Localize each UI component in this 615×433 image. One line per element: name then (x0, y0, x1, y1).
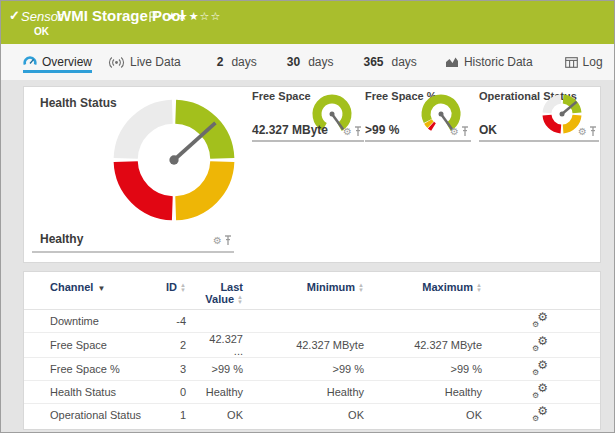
table-row: Free Space 2 42.327 ... 42.327 MByte 42.… (24, 333, 600, 358)
tab-log[interactable]: Log (565, 44, 603, 80)
column-header-id[interactable]: ID▲▼ (164, 272, 204, 310)
cell-channel: Free Space (24, 333, 164, 358)
tab-overview[interactable]: Overview (23, 44, 92, 80)
cell-channel: Downtime (24, 310, 164, 333)
gauge-gear-icon[interactable]: ⚙ (450, 127, 459, 137)
channel-settings-icon[interactable]: ⚙⚙ (532, 337, 548, 351)
column-header-minimum-label: Minimum (307, 281, 355, 293)
cell-maximum (366, 310, 484, 333)
tab-365-days[interactable]: 365 days (363, 44, 416, 80)
sensor-header: ✓ Sensor WMI Storage Pool ★★★☆☆ OK (1, 1, 614, 44)
free-space-gauge-title: Free Space (252, 90, 311, 102)
free-space-gauge-cell: Free Space 42.327 MByte ⚙ (252, 90, 364, 142)
health-gauge-title: Health Status (40, 96, 117, 110)
operational-status-gauge-cell: Operational Status OK ⚙ (479, 90, 599, 142)
column-header-value-label: Value (205, 293, 234, 305)
tab-live-data-label: Live Data (130, 55, 181, 69)
gauge-pin-icon[interactable] (224, 235, 232, 246)
column-header-last-label: Last (220, 281, 243, 293)
column-header-channel-label: Channel (50, 281, 93, 293)
cell-maximum: Healthy (366, 381, 484, 404)
column-header-channel[interactable]: Channel▼ (24, 272, 164, 310)
free-space-pct-gauge-value: >99 % (365, 123, 399, 137)
status-check-icon: ✓ (9, 8, 20, 23)
tab-365-days-unit: days (392, 55, 417, 69)
tab-historic-data[interactable]: Historic Data (445, 44, 533, 80)
gauge-pin-icon[interactable] (589, 126, 597, 137)
operational-gauge-value: OK (479, 123, 497, 137)
cell-minimum: 42.327 MByte (246, 333, 366, 358)
cell-last-value (204, 310, 246, 333)
cell-id: 1 (164, 404, 204, 427)
priority-stars[interactable]: ★★★☆☆ (167, 10, 221, 23)
cell-channel: Operational Status (24, 404, 164, 427)
cell-id: 0 (164, 381, 204, 404)
free-space-gauge-value: 42.327 MByte (252, 123, 328, 137)
gauge-icon (23, 55, 37, 69)
column-header-last-value[interactable]: Last Value▲▼ (204, 272, 246, 310)
gauge-pin-icon[interactable] (461, 126, 469, 137)
table-row: Operational Status 1 OK OK OK ⚙⚙ (24, 404, 600, 427)
overview-panel: Health Status Healthy ⚙ Free Space (23, 86, 601, 263)
sort-desc-icon: ▼ (97, 284, 105, 293)
priority-flag-icon[interactable] (148, 9, 158, 27)
cell-last-value: 42.327 ... (204, 333, 246, 358)
tab-2-days[interactable]: 2 days (217, 44, 257, 80)
health-status-gauge-cell: Health Status Healthy ⚙ (32, 93, 234, 253)
sort-icon: ▲▼ (180, 283, 186, 293)
sensor-title: WMI Storage Pool (57, 7, 185, 24)
cell-id: 3 (164, 358, 204, 381)
channel-settings-icon[interactable]: ⚙⚙ (532, 361, 548, 375)
cell-channel: Health Status (24, 381, 164, 404)
tab-live-data[interactable]: Live Data (108, 44, 181, 80)
table-row: Free Space % 3 >99 % >99 % >99 % ⚙⚙ (24, 358, 600, 381)
column-header-maximum[interactable]: Maximum▲▼ (366, 272, 484, 310)
column-header-maximum-label: Maximum (422, 281, 473, 293)
cell-minimum: OK (246, 404, 366, 427)
cell-last-value: >99 % (204, 358, 246, 381)
tab-2-days-unit: days (231, 55, 256, 69)
gauge-gear-icon[interactable]: ⚙ (578, 127, 587, 137)
sensor-page: ✓ Sensor WMI Storage Pool ★★★☆☆ OK Overv… (0, 0, 615, 433)
health-gauge-value: Healthy (40, 232, 83, 246)
historic-data-icon (445, 56, 459, 68)
channel-table: Channel▼ ID▲▼ Last Value▲▼ Minimum▲▼ Max… (24, 272, 600, 427)
cell-channel: Free Space % (24, 358, 164, 381)
tab-2-days-number: 2 (217, 55, 224, 69)
tab-log-label: Log (583, 55, 603, 69)
cell-maximum: OK (366, 404, 484, 427)
tab-historic-data-label: Historic Data (464, 55, 533, 69)
sort-icon: ▲▼ (358, 283, 364, 293)
channel-table-panel: Channel▼ ID▲▼ Last Value▲▼ Minimum▲▼ Max… (23, 271, 601, 430)
cell-last-value: OK (204, 404, 246, 427)
tab-30-days-unit: days (308, 55, 333, 69)
gauge-gear-icon[interactable]: ⚙ (213, 236, 222, 246)
channel-settings-icon[interactable]: ⚙⚙ (532, 407, 548, 421)
health-status-gauge (109, 95, 239, 225)
cell-last-value: Healthy (204, 381, 246, 404)
column-header-minimum[interactable]: Minimum▲▼ (246, 272, 366, 310)
cell-minimum: Healthy (246, 381, 366, 404)
cell-id: -4 (164, 310, 204, 333)
free-space-pct-gauge-cell: Free Space % >99 % ⚙ (365, 90, 471, 142)
table-row: Downtime -4 ⚙⚙ (24, 310, 600, 333)
tab-30-days[interactable]: 30 days (287, 44, 334, 80)
sensor-status-text: OK (34, 26, 49, 37)
cell-maximum: >99 % (366, 358, 484, 381)
cell-maximum: 42.327 MByte (366, 333, 484, 358)
cell-minimum (246, 310, 366, 333)
tab-365-days-number: 365 (363, 55, 383, 69)
gauge-pin-icon[interactable] (354, 126, 362, 137)
tab-30-days-number: 30 (287, 55, 300, 69)
log-icon (565, 57, 578, 68)
cell-minimum: >99 % (246, 358, 366, 381)
channel-settings-icon[interactable]: ⚙⚙ (532, 384, 548, 398)
tab-bar: Overview Live Data 2 days 30 days 365 da… (1, 44, 614, 80)
sort-icon: ▲▼ (237, 295, 243, 305)
gauge-gear-icon[interactable]: ⚙ (343, 127, 352, 137)
stars-filled[interactable]: ★★★ (167, 10, 200, 22)
stars-empty[interactable]: ☆☆ (200, 10, 222, 22)
column-header-id-label: ID (166, 281, 177, 293)
table-row: Health Status 0 Healthy Healthy Healthy … (24, 381, 600, 404)
channel-settings-icon[interactable]: ⚙⚙ (532, 313, 548, 327)
